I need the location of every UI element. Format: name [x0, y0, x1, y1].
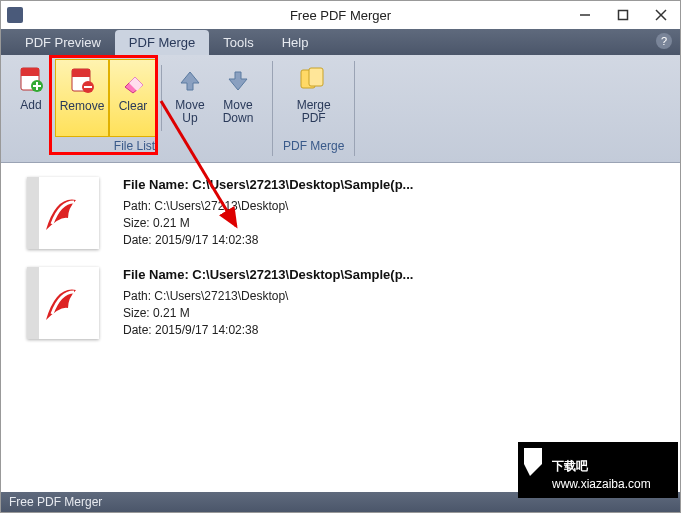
separator [354, 61, 355, 156]
merge-pdf-button[interactable]: Merge PDF [287, 59, 341, 137]
tab-tools[interactable]: Tools [209, 30, 267, 55]
file-date: Date: 2015/9/17 14:02:38 [123, 232, 413, 249]
clear-label: Clear [119, 100, 148, 113]
status-bar: Free PDF Merger [1, 492, 680, 512]
maximize-button[interactable] [604, 1, 642, 29]
ribbon: Add Remove Clear Move Up Move Down File … [1, 55, 680, 163]
add-pdf-icon [16, 65, 46, 95]
window-controls [566, 1, 680, 29]
file-name: File Name: C:\Users\27213\Desktop\Sample… [123, 267, 413, 282]
remove-pdf-icon [67, 66, 97, 96]
list-item[interactable]: File Name: C:\Users\27213\Desktop\Sample… [17, 171, 664, 255]
app-icon [7, 7, 23, 23]
pdf-thumbnail [27, 177, 99, 249]
remove-label: Remove [60, 100, 105, 113]
window-title: Free PDF Merger [290, 8, 391, 23]
svg-rect-16 [309, 68, 323, 86]
svg-rect-1 [619, 11, 628, 20]
help-icon[interactable]: ? [656, 33, 672, 49]
file-info: File Name: C:\Users\27213\Desktop\Sample… [123, 177, 413, 249]
file-path: Path: C:\Users\27213\Desktop\ [123, 198, 413, 215]
merge-pdf-label: Merge PDF [297, 99, 331, 125]
tab-pdf-preview[interactable]: PDF Preview [11, 30, 115, 55]
arrow-up-icon [175, 65, 205, 95]
group-file-list: Add Remove Clear Move Up Move Down File … [1, 55, 268, 162]
tab-pdf-merge[interactable]: PDF Merge [115, 30, 209, 55]
menu-bar: PDF Preview PDF Merge Tools Help ? [1, 29, 680, 55]
file-path: Path: C:\Users\27213\Desktop\ [123, 288, 413, 305]
adobe-pdf-icon [38, 278, 88, 328]
clear-button[interactable]: Clear [109, 59, 157, 137]
list-item[interactable]: File Name: C:\Users\27213\Desktop\Sample… [17, 261, 664, 345]
separator [161, 65, 162, 131]
eraser-icon [118, 66, 148, 96]
add-label: Add [20, 99, 41, 112]
group-pdf-merge-label: PDF Merge [283, 139, 344, 153]
file-info: File Name: C:\Users\27213\Desktop\Sample… [123, 267, 413, 339]
file-date: Date: 2015/9/17 14:02:38 [123, 322, 413, 339]
status-text: Free PDF Merger [9, 495, 102, 509]
separator [272, 61, 273, 156]
svg-rect-5 [21, 68, 39, 76]
arrow-down-icon [223, 65, 253, 95]
add-button[interactable]: Add [7, 59, 55, 137]
remove-button[interactable]: Remove [55, 59, 109, 137]
adobe-pdf-icon [38, 188, 88, 238]
move-down-label: Move Down [223, 99, 254, 125]
tab-help[interactable]: Help [268, 30, 323, 55]
move-up-label: Move Up [175, 99, 204, 125]
title-bar: Free PDF Merger [1, 1, 680, 29]
close-button[interactable] [642, 1, 680, 29]
file-list[interactable]: File Name: C:\Users\27213\Desktop\Sample… [1, 163, 680, 492]
file-size: Size: 0.21 M [123, 215, 413, 232]
pdf-thumbnail [27, 267, 99, 339]
merge-pdf-icon [299, 65, 329, 95]
group-pdf-merge: Merge PDF PDF Merge [277, 55, 350, 162]
move-up-button[interactable]: Move Up [166, 59, 214, 137]
group-file-list-label: File List [114, 139, 155, 153]
file-name: File Name: C:\Users\27213\Desktop\Sample… [123, 177, 413, 192]
file-size: Size: 0.21 M [123, 305, 413, 322]
svg-rect-10 [72, 69, 90, 77]
move-down-button[interactable]: Move Down [214, 59, 262, 137]
minimize-button[interactable] [566, 1, 604, 29]
